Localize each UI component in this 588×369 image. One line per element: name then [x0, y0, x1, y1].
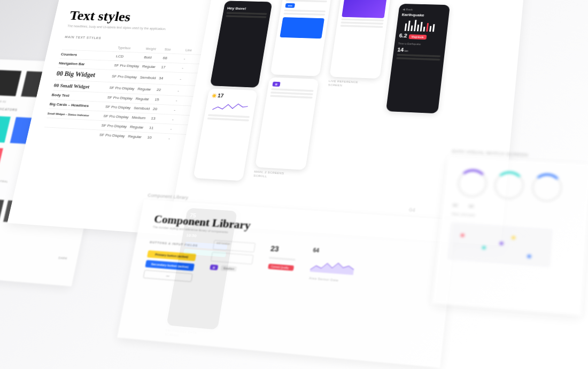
- phone-mock-light[interactable]: ▦: [255, 77, 319, 170]
- watch-artboard[interactable]: 82 92 Map overview: [432, 157, 588, 316]
- phone-mock-dark[interactable]: Hey there!: [210, 1, 273, 88]
- style-name: [43, 132, 99, 135]
- gauge-value: 92: [469, 204, 474, 209]
- temp-value: 17: [217, 93, 224, 98]
- svg-rect-1: [405, 24, 407, 31]
- map-dot-icon: [482, 246, 486, 250]
- chip-sample[interactable]: Current Quality: [268, 264, 294, 271]
- style-name: Body Text: [51, 93, 108, 99]
- phone-mock-light[interactable]: 23 ●●●: [270, 0, 332, 76]
- gauge-sample: [456, 168, 489, 198]
- phone-headline: Hey there!: [227, 6, 268, 12]
- magnitude: 6.2: [399, 33, 407, 39]
- style-name: 00 Small Widget: [53, 82, 110, 90]
- blue-card: [280, 17, 324, 39]
- phone-mock-light[interactable]: ☀️ 17: [193, 89, 258, 181]
- secondary-button-sample[interactable]: Secondary button (active): [145, 260, 195, 271]
- map-dot-icon: [512, 236, 515, 240]
- col-header: Size: [164, 48, 185, 51]
- map-dot-icon: [461, 234, 465, 237]
- map-dot-icon: [527, 255, 531, 258]
- chip-sample[interactable]: Excellent: [221, 265, 237, 272]
- color-swatch[interactable]: [0, 147, 3, 175]
- phone-mock-earthquake[interactable]: ◀ Back Earthquake 6.2Magnitude Time to E…: [386, 4, 450, 113]
- svg-rect-8: [426, 23, 429, 32]
- component-library-artboard[interactable]: Component Library The number styling and…: [117, 199, 455, 368]
- phone-label: LIVE REFERENCE SCREEN: [328, 80, 370, 89]
- svg-rect-7: [423, 27, 425, 32]
- phone-title: Earthquake: [401, 13, 445, 18]
- svg-rect-6: [420, 22, 423, 32]
- phone-label: MAIN, 2 SCREENS SCROLL: [253, 170, 296, 180]
- style-name: [45, 122, 102, 125]
- alert-chip: Magnitude: [409, 34, 427, 40]
- chip: ▦: [272, 81, 280, 86]
- svg-rect-4: [414, 20, 416, 31]
- style-name: Small Widget – Status Indicator: [47, 112, 104, 117]
- phone-mock-light[interactable]: [329, 0, 391, 79]
- col-header: Line: [185, 49, 203, 52]
- style-name: 00 Big Widget: [56, 70, 113, 80]
- color-swatch[interactable]: [0, 115, 11, 142]
- style-name: Big Cards – Headlines: [49, 102, 106, 109]
- gauge-value: 82: [453, 203, 458, 207]
- area-chart-sample: [310, 258, 355, 275]
- stat-value: 23: [270, 244, 298, 255]
- style-name: Navigation Bar: [58, 61, 114, 67]
- outline-button-sample[interactable]: —: [143, 270, 192, 282]
- svg-rect-9: [429, 26, 431, 32]
- purple-card: [342, 0, 387, 18]
- distance: 14: [397, 47, 404, 52]
- gauge-sample: [530, 173, 563, 203]
- map-label: Map overview: [452, 212, 475, 217]
- svg-rect-5: [417, 25, 419, 31]
- swatch-label: NEUTRAL: [0, 179, 9, 183]
- input-sample[interactable]: [211, 252, 253, 264]
- gauge-sample: [493, 171, 526, 201]
- style-name: Counters: [60, 52, 117, 58]
- stat-value: 64: [313, 247, 357, 256]
- svg-rect-3: [411, 26, 413, 32]
- color-swatch[interactable]: [0, 70, 21, 96]
- primary-button-sample[interactable]: Primary button (active): [147, 250, 197, 261]
- bar-chart-icon: [400, 19, 445, 32]
- sparkline: [208, 100, 252, 114]
- map-sample[interactable]: [447, 222, 553, 267]
- col-header: Typeface: [118, 46, 146, 50]
- sub-label: Time to Earthquake: [398, 42, 442, 47]
- col-header: Weight: [145, 47, 165, 51]
- input-sample[interactable]: add location: [213, 240, 256, 252]
- chip-sample[interactable]: ▦: [210, 265, 218, 271]
- chip: ●●●: [285, 3, 295, 8]
- svg-rect-2: [407, 21, 410, 31]
- section-header: BUTTONS & INPUT FIELDS: [150, 241, 198, 247]
- chart-label: Area Sensor Data: [308, 276, 352, 284]
- svg-rect-10: [432, 24, 435, 32]
- map-dot-icon: [500, 242, 504, 245]
- board-number: 04: [409, 206, 416, 213]
